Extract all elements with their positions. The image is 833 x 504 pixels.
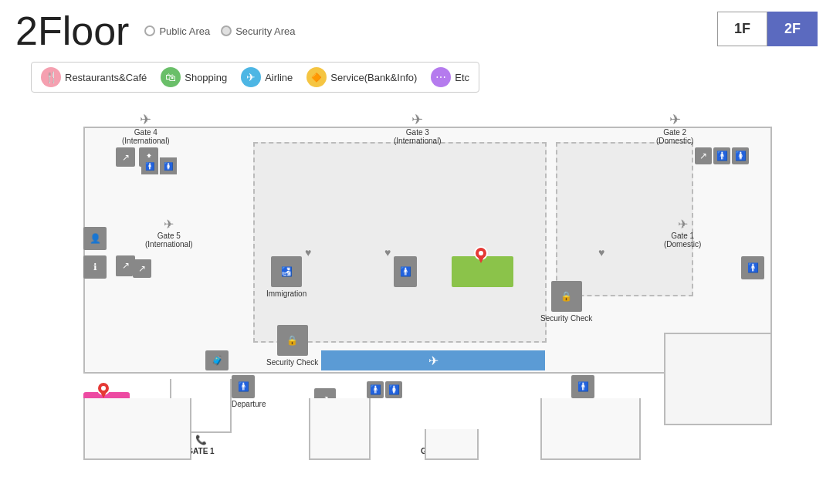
facility-info-left: ℹ — [83, 255, 107, 279]
departure-left-label-area: 🚹 Departure — [232, 375, 266, 408]
immigration-area: 🛃 Immigration — [266, 256, 306, 298]
shopping-label: Shopping — [185, 72, 227, 83]
bottom-connector-gate3 — [425, 429, 479, 460]
immigration-icon: 🛃 — [271, 256, 302, 287]
floor-plan: ✈ Gate 4(International) ✈ Gate 3(Interna… — [15, 105, 818, 483]
public-area-label: Public Area — [159, 25, 210, 37]
security-check-right-label: Security Check — [540, 314, 592, 323]
category-bar: 🍴 Restaurants&Café 🛍 Shopping ✈ Airline … — [31, 62, 479, 93]
floor-2f-button[interactable]: 2F — [767, 12, 818, 46]
gate1-label: Gate 1(Domestic) — [664, 232, 701, 249]
category-shopping[interactable]: 🛍 Shopping — [161, 67, 227, 87]
security-zone-left — [253, 142, 547, 343]
gate2-label: Gate 2(Domestic) — [656, 128, 693, 145]
airline-icon: ✈ — [241, 67, 261, 87]
svg-point-5 — [101, 386, 106, 391]
security-heart-icon-center: ♥ — [384, 246, 391, 259]
location-pin-green-gate — [474, 246, 488, 268]
category-service[interactable]: 🔶 Service(Bank&Info) — [306, 67, 417, 87]
security-check-left-area: 🔒 Security Check — [266, 325, 318, 367]
toilet-security-center: 🚹 — [394, 256, 417, 287]
escalator-main-left: ↗ — [133, 259, 151, 278]
header: 2Floor Public Area Security Area 1F 2F — [0, 0, 833, 62]
airline-label: Airline — [265, 72, 293, 83]
security-area-label: Security Area — [235, 25, 295, 37]
facilities-gate2-top: ↗ 🚹 🚺 — [695, 147, 749, 164]
escalator-gate2: ↗ — [695, 147, 712, 164]
toilet-women-gate2: 🚺 — [732, 147, 749, 164]
service-icon: 🔶 — [306, 67, 327, 87]
bottom-wing-left — [83, 398, 191, 460]
baggage-icon-left: 🧳 — [205, 350, 229, 370]
gate4-label-area: ✈ Gate 4(International) — [122, 111, 170, 145]
gate2-label-area: ✈ Gate 2(Domestic) — [656, 111, 693, 145]
public-area-circle — [144, 25, 155, 36]
escalator-icon-g4: ↗ — [116, 147, 135, 167]
etc-label: Etc — [455, 72, 469, 83]
toilet-men-gate2: 🚹 — [713, 147, 730, 164]
floor-title: 2Floor — [15, 8, 129, 54]
security-area-circle — [221, 25, 232, 36]
security-check-left-icon: 🔒 — [277, 325, 308, 356]
gate4-airplane-icon: ✈ — [140, 111, 151, 128]
svg-point-2 — [479, 251, 483, 255]
toilet-women-gate2-bottom: 🚺 — [385, 381, 402, 398]
facility-right-side: 🚹 — [741, 256, 764, 279]
bottom-connector-gate2 — [309, 398, 371, 460]
legend: Public Area Security Area — [144, 25, 295, 37]
bottom-connector-gate4 — [540, 398, 641, 460]
security-check-right-area: 🔒 Security Check — [540, 281, 592, 323]
category-etc[interactable]: ⋯ Etc — [431, 67, 469, 87]
immigration-label: Immigration — [266, 289, 306, 298]
category-restaurant[interactable]: 🍴 Restaurants&Café — [41, 67, 147, 87]
gate5-airplane-icon: ✈ — [164, 217, 174, 232]
plane-in-corridor-icon: ✈ — [428, 353, 439, 368]
gate5-label-area: ✈ Gate 5(International) — [145, 217, 193, 249]
gate5-label: Gate 5(International) — [145, 232, 193, 249]
toilet-departure-left: 🚹 — [232, 375, 255, 398]
gate3-label: Gate 3(International) — [394, 128, 442, 145]
legend-security: Security Area — [221, 25, 295, 37]
gate4-label: Gate 4(International) — [122, 128, 170, 145]
gate1-label-area: ✈ Gate 1(Domestic) — [664, 217, 701, 249]
domestic-room-right — [664, 333, 772, 425]
gate3-label-area: ✈ Gate 3(International) — [394, 111, 442, 145]
gate1-airplane-icon: ✈ — [678, 217, 688, 232]
category-airline[interactable]: ✈ Airline — [241, 67, 293, 87]
gate3-airplane-icon: ✈ — [411, 111, 423, 128]
floor-1f-button[interactable]: 1F — [717, 12, 767, 46]
restaurant-icon: 🍴 — [41, 67, 61, 87]
toilet-men-gate2-bottom: 🚹 — [367, 381, 384, 398]
security-check-left-label: Security Check — [266, 358, 318, 367]
service-label: Service(Bank&Info) — [330, 72, 417, 83]
shopping-icon: 🛍 — [161, 67, 181, 87]
departure-left-label: Departure — [232, 400, 266, 408]
security-heart-icon-right: ♥ — [598, 246, 604, 259]
legend-public: Public Area — [144, 25, 210, 37]
etc-icon: ⋯ — [431, 67, 451, 87]
security-heart-icon-left: ♥ — [305, 246, 311, 259]
facility-checkin-left: 👤 — [83, 227, 107, 250]
phone-icon-gate1: 📞 — [195, 435, 207, 445]
toilet-departure-right: 🚹 — [571, 375, 594, 398]
restaurant-label: Restaurants&Café — [65, 72, 147, 83]
gate2-airplane-icon: ✈ — [669, 111, 681, 128]
security-check-right-icon: 🔒 — [551, 281, 582, 312]
departure-corridor-blue: ✈ — [321, 350, 545, 370]
floor-button-group: 1F 2F — [717, 12, 818, 46]
map-container: ✈ Gate 4(International) ✈ Gate 3(Interna… — [15, 105, 818, 483]
facility-toilets-g4: 🚹 🚺 — [141, 147, 178, 184]
toilets-gate2-bottom: 🚹 🚺 — [367, 381, 402, 398]
